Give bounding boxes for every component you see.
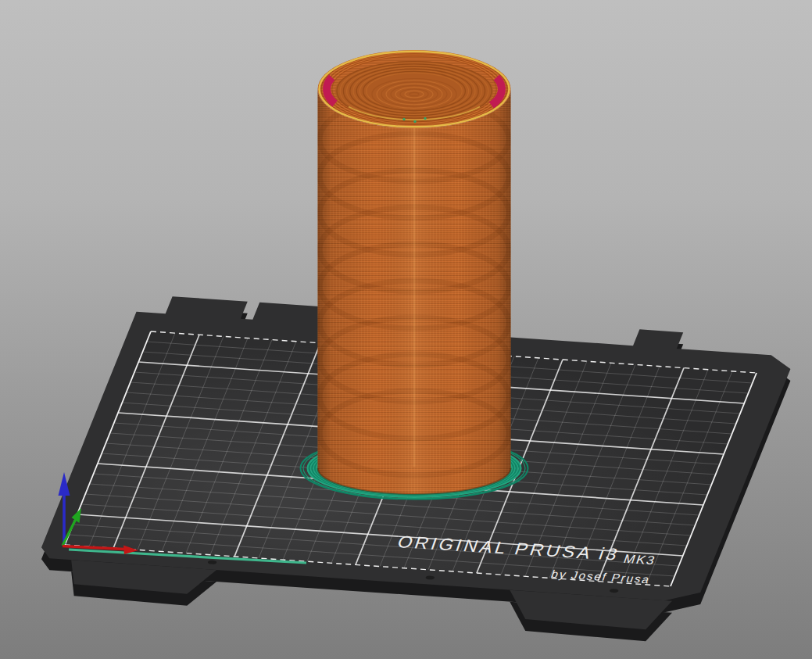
slicer-3d-viewport[interactable]: ORIGINAL PRUSA i3MK3 by Josef Prusa [0, 0, 812, 659]
cylinder-body [318, 89, 511, 494]
seam-speck [424, 117, 426, 120]
model-cylinder[interactable] [318, 50, 511, 494]
cylinder-shading [318, 89, 511, 494]
gcode-preview-scene[interactable]: ORIGINAL PRUSA i3MK3 by Josef Prusa [0, 0, 812, 659]
cylinder-top-face [318, 50, 511, 128]
seam-speck [402, 118, 405, 120]
seam-speck [413, 120, 416, 123]
